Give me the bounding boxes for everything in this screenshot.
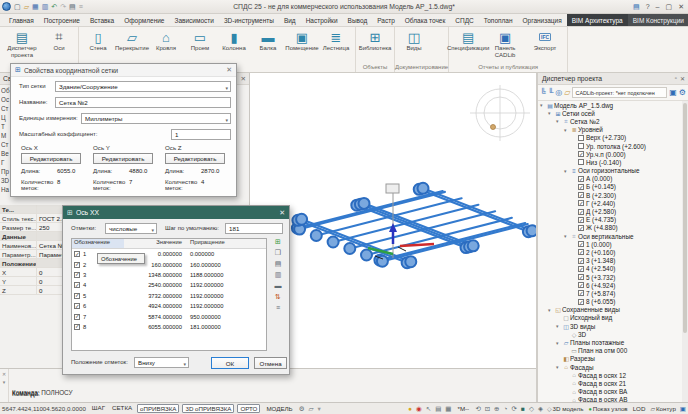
ribbon-item[interactable]: Библиотека <box>358 28 392 52</box>
grid-units-select[interactable]: Миллиметры <box>81 113 231 124</box>
tree-item-checkbox[interactable] <box>578 184 584 190</box>
lighting-icon[interactable]: ● <box>408 405 412 412</box>
tree-item-checkbox[interactable] <box>578 192 584 198</box>
table-row[interactable]: 4 2540.000000 1192.000000 <box>72 280 266 290</box>
tree-item-checkbox[interactable] <box>578 143 584 149</box>
selection-cursor-icon[interactable]: ↖ <box>426 405 431 413</box>
qat-menu-icon[interactable]: ≡ <box>79 2 83 11</box>
status-mode-button[interactable]: Показ узлов <box>588 405 627 412</box>
new-file-icon[interactable]: ▢ <box>14 2 21 11</box>
redo-icon[interactable]: ↷ <box>60 2 66 11</box>
tree-item[interactable]: 2 (+0.160) <box>538 248 682 256</box>
menu-tab[interactable]: 3D-инструменты <box>219 14 279 26</box>
model-space-button[interactable]: МОДЕЛЬ <box>264 405 294 412</box>
tree-item[interactable]: Оси вертикальные <box>538 232 682 240</box>
dialog-close-icon[interactable]: ✕ <box>226 66 232 74</box>
col-designation[interactable]: Обозначение <box>72 239 124 248</box>
marks-position-select[interactable]: Внизу <box>134 357 189 368</box>
tree-item-checkbox[interactable] <box>578 290 584 296</box>
tree-item[interactable]: А (0.000) <box>538 175 682 183</box>
row-checkbox[interactable] <box>74 251 80 257</box>
wireframe-cube-icon[interactable]: ◈ <box>538 405 543 413</box>
command-expand-icon[interactable]: ▾ <box>3 379 6 385</box>
status-toggle-button[interactable]: ШАГ <box>90 404 107 413</box>
folder-icon[interactable]: ▱ <box>564 88 570 97</box>
tree-item[interactable]: Ж (+4.880) <box>538 224 682 232</box>
status-mode-button[interactable]: 3D модель <box>547 405 584 412</box>
menu-tab[interactable]: Вид <box>279 14 301 26</box>
close-button[interactable]: ✕ <box>678 3 684 11</box>
tree-item[interactable]: Ур.ч.п (0.000) <box>538 150 682 158</box>
row-checkbox[interactable] <box>74 324 80 330</box>
tree-item[interactable]: Сетки осей <box>538 109 682 117</box>
ribbon-item[interactable]: Панель CADLib <box>485 28 525 59</box>
row-checkbox[interactable] <box>74 314 80 320</box>
col-increment[interactable]: Приращение <box>186 239 264 248</box>
tree-item[interactable]: 7 (+5.874) <box>538 289 682 297</box>
menu-tab[interactable]: Топоплан <box>479 14 518 26</box>
ribbon-item[interactable]: Лестница <box>319 28 353 52</box>
line-icon[interactable]: ▬ <box>275 282 282 290</box>
layout-sheet-icon[interactable]: ▱ <box>308 405 313 413</box>
axis-edit-button[interactable]: Редактировать <box>165 153 225 164</box>
tree-item[interactable]: 3D виды <box>538 322 682 330</box>
row-checkbox[interactable] <box>74 293 80 299</box>
tree-item[interactable]: 3D <box>538 330 682 338</box>
app-logo-icon[interactable] <box>2 2 11 11</box>
tree-item-checkbox[interactable] <box>578 209 584 215</box>
tree-item[interactable]: Фасад в осях 21 <box>538 379 682 387</box>
tree-item[interactable]: Фасад в осях 12 <box>538 371 682 379</box>
grid-scale-input[interactable]: 1 <box>171 129 231 140</box>
row-checkbox[interactable] <box>74 262 80 268</box>
tree-scrollbar-thumb[interactable] <box>683 103 687 333</box>
grid-wireframe[interactable] <box>303 190 528 260</box>
ribbon-item[interactable]: Колонна <box>217 28 251 52</box>
tree-item[interactable]: План на отм 000 <box>538 347 682 355</box>
table-up-icon[interactable]: ▤ <box>275 260 282 268</box>
tree-item[interactable]: 1 (0.000) <box>538 240 682 248</box>
tree-item[interactable]: Б (+0.145) <box>538 183 682 191</box>
tree-item-checkbox[interactable] <box>578 159 584 165</box>
monitor-icon[interactable]: ▣ <box>669 88 677 97</box>
tree-item[interactable]: Планы поэтажные <box>538 338 682 346</box>
sort-icon[interactable]: ⇅ <box>275 293 281 301</box>
gear-icon[interactable]: ⚙ <box>679 88 686 97</box>
list-icon[interactable]: ≡ <box>276 304 280 312</box>
table-down-icon[interactable]: ▥ <box>275 271 282 279</box>
tree-item-checkbox[interactable] <box>578 241 584 247</box>
workspace-gear-icon[interactable]: ⚙ <box>299 405 305 413</box>
tree-item[interactable]: 8 (+6.055) <box>538 298 682 306</box>
status-toggle-button[interactable]: 3D оПРИВЯЗКА <box>182 404 234 413</box>
sheet-icon[interactable]: ▦ <box>445 405 451 413</box>
ribbon-item[interactable]: Проем <box>183 28 217 52</box>
ribbon-item[interactable]: Виды <box>397 28 431 52</box>
menu-tab[interactable]: BIM Конструкции <box>628 14 688 26</box>
tree-item[interactable]: Ур. потолка (+2.600) <box>538 142 682 150</box>
tree-item-checkbox[interactable] <box>578 217 584 223</box>
popup-chevron-icon[interactable]: ▾ <box>317 405 320 413</box>
zoom-extents-icon[interactable]: ⊕ <box>494 405 499 413</box>
tree-item-checkbox[interactable] <box>578 249 584 255</box>
minimize-button[interactable]: – <box>656 3 660 10</box>
palette-close-icon[interactable]: ✕ <box>241 75 249 83</box>
cancel-button[interactable]: Отмена <box>254 357 287 369</box>
row-checkbox[interactable] <box>74 282 80 288</box>
ribbon-item[interactable]: Стена <box>81 28 115 52</box>
tree-item[interactable]: Оси горизонтальные <box>538 167 682 175</box>
tree-item[interactable]: 4 (+2.540) <box>538 265 682 273</box>
status-toggle-button[interactable]: оПРИВЯЗКА <box>137 404 179 413</box>
menu-tab[interactable]: BIM Архитектура <box>567 14 628 26</box>
axes-tool-icon[interactable]: ╙ <box>548 88 554 97</box>
tree-item[interactable]: 5 (+3.732) <box>538 273 682 281</box>
tree-item[interactable]: 3 (+1.348) <box>538 257 682 265</box>
tree-item[interactable]: В (+2.300) <box>538 191 682 199</box>
tree-item-checkbox[interactable] <box>578 135 584 141</box>
menu-tab[interactable]: Вывод <box>343 14 373 26</box>
print-icon[interactable]: ▤ <box>69 2 76 11</box>
tree-item-checkbox[interactable] <box>578 274 584 280</box>
tree-item[interactable]: 6 (+4.924) <box>538 281 682 289</box>
menu-tab[interactable]: Оформление <box>119 14 169 26</box>
maximize-button[interactable]: ▢ <box>666 3 673 11</box>
ribbon-item[interactable]: Помещение <box>285 28 319 52</box>
zoom-window-icon[interactable]: ⊡ <box>485 405 490 413</box>
